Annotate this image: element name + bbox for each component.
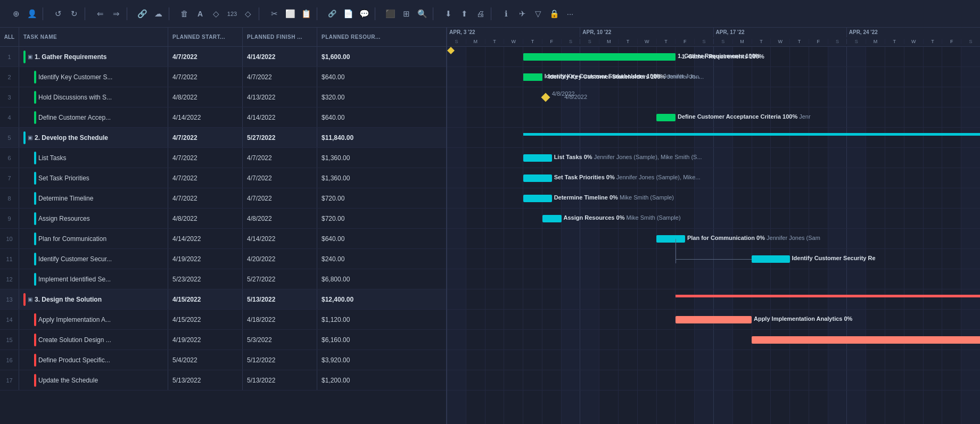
document-icon[interactable]: 📄 [342, 7, 355, 20]
row-start-date: 4/7/2022 [168, 47, 243, 66]
table-row[interactable]: 5 ▣ 2. Develop the Schedule 4/7/2022 5/2… [0, 128, 446, 148]
redo-icon[interactable]: ↻ [68, 7, 80, 20]
row-finish-date: 5/13/2022 [243, 289, 317, 309]
print-icon[interactable]: 🖨 [474, 7, 487, 20]
cut-icon[interactable]: ✂ [268, 7, 281, 20]
123-icon[interactable]: 123 [226, 7, 238, 20]
row-number: 2 [0, 67, 19, 87]
row-task-name: List Tasks [19, 148, 168, 168]
text-icon[interactable]: A [194, 7, 207, 20]
task-color-indicator [34, 232, 36, 245]
grid-icon[interactable]: ⊞ [400, 7, 413, 20]
undo-icon[interactable]: ↺ [52, 7, 64, 20]
task-color-indicator [34, 354, 36, 367]
toolbar-group-misc: ℹ ✈ ▽ 🔒 ··· [496, 7, 581, 20]
cloud-icon[interactable]: ☁ [152, 7, 164, 20]
row-start-date: 4/14/2022 [168, 229, 243, 248]
table-header: ALL TASK NAME PLANNED START... PLANNED F… [0, 28, 446, 47]
row-start-date: 4/7/2022 [168, 168, 243, 188]
col-resource-header[interactable]: PLANNED RESOUR... [317, 28, 446, 46]
lock-icon[interactable]: 🔒 [548, 7, 561, 20]
diamond-icon[interactable]: ◇ [242, 7, 254, 20]
row-resource-cost: $240.00 [317, 249, 446, 269]
row-finish-date: 4/8/2022 [243, 209, 317, 228]
task-color-indicator [23, 293, 26, 306]
row-number: 13 [0, 289, 19, 309]
attachment-icon[interactable]: 🔗 [326, 7, 339, 20]
outdent-icon[interactable]: ⇐ [94, 7, 106, 20]
table-row[interactable]: 14 Apply Implementation A... 4/15/2022 4… [0, 310, 446, 330]
table-row[interactable]: 4 Define Customer Accep... 4/14/2022 4/1… [0, 107, 446, 128]
copy-icon[interactable]: ⬜ [284, 7, 297, 20]
info-icon[interactable]: ℹ [500, 7, 513, 20]
week-label-3: APR, 17 '22 [714, 28, 847, 37]
table-row[interactable]: 3 Hold Discussions with S... 4/8/2022 4/… [0, 87, 446, 107]
col-finish-header[interactable]: PLANNED FINISH ... [243, 28, 317, 46]
table-row[interactable]: 15 Create Solution Design ... 4/19/2022 … [0, 330, 446, 350]
row-resource-cost: $1,360.00 [317, 168, 446, 188]
comment-icon[interactable]: 💬 [358, 7, 370, 20]
gantt-bars-svg: 1. Gather Requirements 100% Identify Key… [447, 47, 980, 424]
table-row[interactable]: 6 List Tasks 4/7/2022 4/7/2022 $1,360.00 [0, 148, 446, 168]
download-icon[interactable]: ⬇ [442, 7, 455, 20]
table-row[interactable]: 11 Identify Customer Secur... 4/19/2022 … [0, 249, 446, 269]
row-resource-cost: $1,360.00 [317, 148, 446, 168]
row-finish-date: 5/3/2022 [243, 330, 317, 350]
task-name-text: Assign Resources [38, 215, 166, 222]
bar-label-identify-customer: Identify Key Customer Stakeholders 100% … [548, 73, 704, 80]
toolbar-group-clipboard: ✂ ⬜ 📋 [263, 7, 317, 20]
chart-header: APR, 3 '22 APR, 10 '22 APR, 17 '22 APR, … [447, 28, 980, 47]
collapse-icon[interactable]: ▣ [28, 54, 32, 60]
table-row[interactable]: 12 Implement Identified Se... 5/23/2022 … [0, 269, 446, 289]
row-finish-date: 5/27/2022 [243, 269, 317, 289]
paste-icon[interactable]: 📋 [300, 7, 312, 20]
col-all-header[interactable]: ALL [0, 28, 19, 46]
collapse-icon[interactable]: ▣ [28, 135, 32, 140]
bar-identify-customer[interactable] [523, 73, 542, 81]
link-icon[interactable]: 🔗 [136, 7, 149, 20]
user-icon[interactable]: 👤 [26, 7, 38, 20]
task-color-indicator [34, 253, 36, 265]
main-area: ALL TASK NAME PLANNED START... PLANNED F… [0, 28, 980, 424]
row-start-date: 4/14/2022 [168, 107, 243, 127]
table-row[interactable]: 7 Set Task Priorities 4/7/2022 4/7/2022 … [0, 168, 446, 188]
toolbar-group-link: 🔗 ☁ [131, 7, 169, 20]
table-row[interactable]: 13 ▣ 3. Design the Solution 4/15/2022 5/… [0, 289, 446, 310]
row-task-name: ▣ 2. Develop the Schedule [19, 128, 168, 147]
bar-gather-requirements[interactable] [523, 53, 676, 61]
task-name-text: Set Task Priorities [38, 174, 166, 182]
indent-icon[interactable]: ⇒ [110, 7, 122, 20]
row-number: 16 [0, 350, 19, 370]
add-icon[interactable]: ⊕ [10, 7, 22, 20]
task-color-indicator [34, 172, 36, 185]
col-task-header[interactable]: TASK NAME [19, 28, 168, 46]
table-row[interactable]: 1 ▣ 1. Gather Requirements 4/7/2022 4/14… [0, 47, 446, 67]
table-row[interactable]: 16 Define Product Specific... 5/4/2022 5… [0, 350, 446, 370]
search-icon[interactable]: 🔍 [416, 7, 429, 20]
collapse-icon[interactable]: ▣ [28, 296, 32, 302]
row-start-date: 4/7/2022 [168, 128, 243, 147]
table-row[interactable]: 10 Plan for Communication 4/14/2022 4/14… [0, 229, 446, 249]
send-icon[interactable]: ✈ [516, 7, 529, 20]
tag-icon[interactable]: ◇ [210, 7, 223, 20]
row-number: 15 [0, 330, 19, 350]
table-row[interactable]: 17 Update the Schedule 5/13/2022 5/13/20… [0, 370, 446, 390]
row-number: 6 [0, 148, 19, 168]
row-resource-cost: $6,800.00 [317, 269, 446, 289]
delete-icon[interactable]: 🗑 [178, 7, 191, 20]
row-task-name: Define Customer Accep... [19, 107, 168, 127]
gantt-chart: APR, 3 '22 APR, 10 '22 APR, 17 '22 APR, … [447, 28, 980, 424]
task-name-text: Apply Implementation A... [38, 316, 166, 323]
toolbar-group-add: ⊕ 👤 [5, 7, 43, 20]
week-label-4: APR, 24 '22 [847, 28, 980, 37]
col-start-header[interactable]: PLANNED START... [168, 28, 243, 46]
table-row[interactable]: 9 Assign Resources 4/8/2022 4/8/2022 $72… [0, 209, 446, 229]
row-task-name: Identify Key Customer S... [19, 67, 168, 87]
more-icon[interactable]: ··· [564, 7, 577, 20]
upload-icon[interactable]: ⬆ [458, 7, 471, 20]
table-row[interactable]: 2 Identify Key Customer S... 4/7/2022 4/… [0, 67, 446, 87]
table-row[interactable]: 8 Determine Timeline 4/7/2022 4/7/2022 $… [0, 188, 446, 209]
columns-icon[interactable]: ⬛ [384, 7, 397, 20]
row-resource-cost: $320.00 [317, 87, 446, 107]
filter-icon[interactable]: ▽ [532, 7, 545, 20]
